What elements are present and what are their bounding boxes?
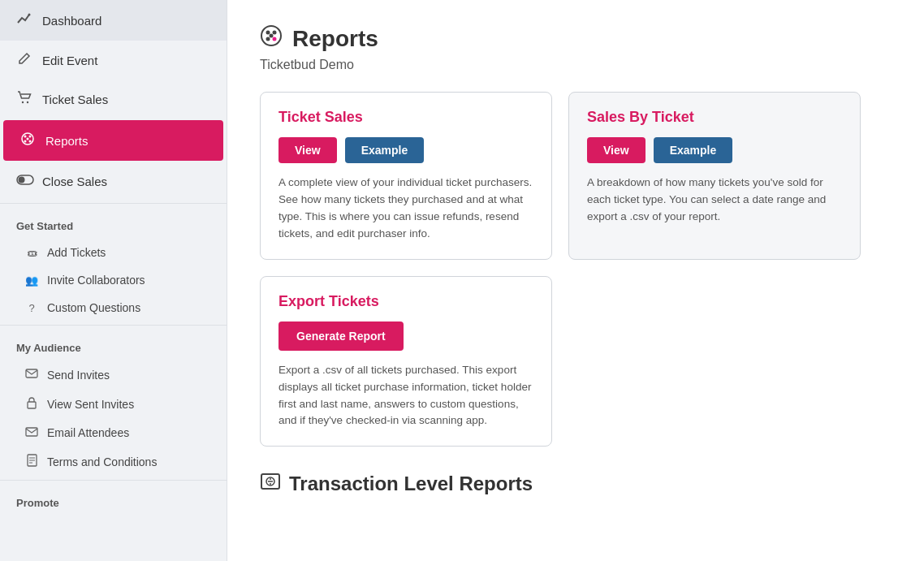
lock-icon <box>24 396 39 412</box>
export-tickets-card-title: Export Tickets <box>278 293 533 310</box>
ticket-sales-nav-label: Ticket Sales <box>42 93 108 106</box>
page-header: Reports <box>260 24 892 53</box>
svg-rect-11 <box>26 369 37 378</box>
promote-section-title: Promote <box>0 484 227 516</box>
pencil-icon <box>16 52 32 68</box>
sidebar-item-ticket-sales[interactable]: Ticket Sales <box>0 80 227 119</box>
sidebar-item-dashboard[interactable]: Dashboard <box>0 0 227 41</box>
sales-by-ticket-example-button[interactable]: Example <box>654 137 733 163</box>
transaction-section-header: Transaction Level Reports <box>260 471 892 497</box>
sidebar-item-send-invites[interactable]: Send Invites <box>0 360 227 389</box>
svg-point-23 <box>270 34 274 38</box>
sidebar-item-terms-conditions[interactable]: Terms and Conditions <box>0 447 227 477</box>
palette-icon <box>19 132 36 149</box>
page-subtitle: Ticketbud Demo <box>260 58 892 72</box>
document-icon <box>24 454 39 469</box>
main-content: Reports Ticketbud Demo Ticket Sales View… <box>227 0 924 561</box>
dashboard-label: Dashboard <box>42 14 101 28</box>
top-cards-row: Ticket Sales View Example A complete vie… <box>260 92 892 260</box>
ticket-sales-view-button[interactable]: View <box>278 137 337 163</box>
email-attendees-label: Email Attendees <box>47 426 129 439</box>
view-sent-invites-label: View Sent Invites <box>47 398 134 411</box>
svg-point-0 <box>28 14 31 16</box>
export-tickets-card: Export Tickets Generate Report Export a … <box>260 276 552 447</box>
close-sales-label: Close Sales <box>42 175 107 188</box>
transaction-section-title: Transaction Level Reports <box>289 473 533 495</box>
sidebar-item-view-sent-invites[interactable]: View Sent Invites <box>0 389 227 419</box>
sales-by-ticket-card: Sales By Ticket View Example A breakdown… <box>568 92 861 260</box>
cart-icon <box>16 91 32 107</box>
toggle-icon <box>16 174 32 188</box>
svg-point-8 <box>27 138 29 140</box>
sales-by-ticket-card-title: Sales By Ticket <box>587 109 842 126</box>
ticket-sales-example-button[interactable]: Example <box>345 137 425 163</box>
sidebar: Dashboard Edit Event Ticket Sales <box>0 0 227 561</box>
sidebar-item-close-sales[interactable]: Close Sales <box>0 162 227 200</box>
custom-questions-label: Custom Questions <box>47 301 140 314</box>
svg-point-22 <box>273 37 277 41</box>
svg-point-6 <box>24 140 27 143</box>
ticket-sales-description: A complete view of your individual ticke… <box>278 175 533 243</box>
question-icon: ? <box>24 302 39 314</box>
svg-rect-12 <box>28 402 36 408</box>
sales-by-ticket-description: A breakdown of how many tickets you've s… <box>587 175 842 226</box>
ticket-icon: 🎟 <box>24 247 39 259</box>
svg-point-20 <box>273 31 277 35</box>
svg-point-10 <box>19 177 25 183</box>
ticket-sales-card: Ticket Sales View Example A complete vie… <box>260 92 552 260</box>
svg-point-2 <box>27 101 28 103</box>
send-icon <box>24 368 39 382</box>
sidebar-item-reports[interactable]: Reports <box>3 120 223 161</box>
transaction-icon <box>260 471 281 497</box>
sidebar-item-invite-collaborators[interactable]: 👥 Invite Collaborators <box>0 266 227 294</box>
generate-report-button[interactable]: Generate Report <box>278 321 404 351</box>
chart-icon <box>16 11 32 29</box>
svg-point-7 <box>29 140 32 143</box>
ticket-sales-card-title: Ticket Sales <box>278 109 533 126</box>
people-icon: 👥 <box>24 274 39 287</box>
svg-point-5 <box>29 136 32 138</box>
sales-by-ticket-buttons: View Example <box>587 137 842 163</box>
svg-rect-13 <box>26 428 37 436</box>
svg-point-1 <box>22 101 24 103</box>
svg-point-21 <box>266 37 270 41</box>
invite-collaborators-label: Invite Collaborators <box>47 274 145 287</box>
send-invites-label: Send Invites <box>47 369 110 382</box>
divider-3 <box>0 480 227 481</box>
export-tickets-description: Export a .csv of all tickets purchased. … <box>278 362 533 430</box>
edit-event-label: Edit Event <box>42 54 97 67</box>
ticket-sales-buttons: View Example <box>278 137 533 163</box>
reports-header-icon <box>260 24 283 53</box>
divider-2 <box>0 325 227 326</box>
sales-by-ticket-view-button[interactable]: View <box>587 137 646 163</box>
sidebar-item-edit-event[interactable]: Edit Event <box>0 41 227 80</box>
sidebar-item-add-tickets[interactable]: 🎟 Add Tickets <box>0 239 227 266</box>
svg-point-19 <box>266 31 270 35</box>
svg-point-4 <box>24 136 27 138</box>
terms-conditions-label: Terms and Conditions <box>47 455 157 468</box>
page-title: Reports <box>292 26 378 52</box>
sidebar-item-custom-questions[interactable]: ? Custom Questions <box>0 294 227 321</box>
reports-nav-label: Reports <box>45 134 89 148</box>
email-icon <box>24 427 39 439</box>
get-started-section-title: Get Started <box>0 207 227 239</box>
divider-1 <box>0 203 227 204</box>
add-tickets-label: Add Tickets <box>47 246 106 259</box>
my-audience-section-title: My Audience <box>0 329 227 360</box>
sidebar-item-email-attendees[interactable]: Email Attendees <box>0 419 227 447</box>
